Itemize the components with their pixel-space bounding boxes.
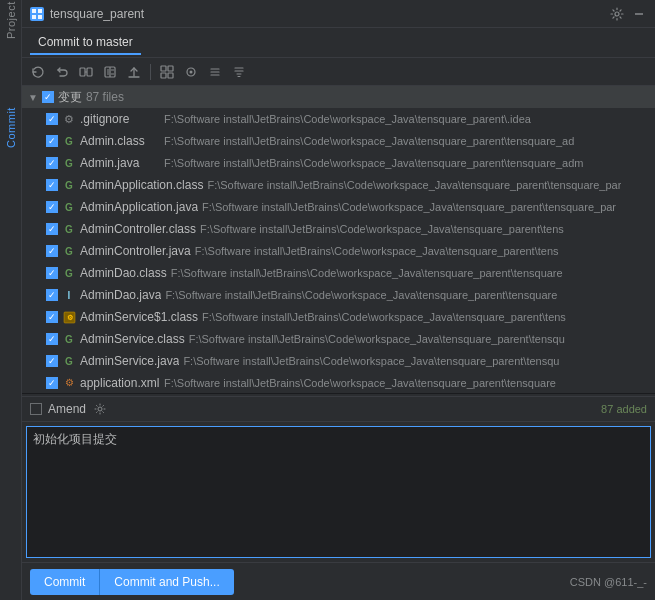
file-checkbox[interactable]: ✓ bbox=[46, 135, 58, 147]
file-checkbox[interactable]: ✓ bbox=[46, 201, 58, 213]
svg-point-32 bbox=[98, 407, 102, 411]
file-checkbox[interactable]: ✓ bbox=[46, 113, 58, 125]
file-path: F:\Software install\JetBrains\Code\works… bbox=[202, 311, 566, 323]
svg-rect-1 bbox=[38, 9, 42, 13]
file-path: F:\Software install\JetBrains\Code\works… bbox=[202, 201, 616, 213]
file-path: F:\Software install\JetBrains\Code\works… bbox=[164, 113, 531, 125]
file-item-adminctrl-java[interactable]: ✓ G AdminController.java F:\Software ins… bbox=[22, 240, 655, 262]
file-path: F:\Software install\JetBrains\Code\works… bbox=[183, 355, 559, 367]
added-count: 87 added bbox=[601, 403, 647, 415]
section-count: 87 files bbox=[86, 90, 124, 104]
toolbar bbox=[22, 58, 655, 86]
file-type-icon: I bbox=[62, 288, 76, 302]
file-item-application-xml[interactable]: ✓ ⚙ application.xml F:\Software install\… bbox=[22, 372, 655, 394]
svg-rect-19 bbox=[161, 73, 166, 78]
diff-button[interactable] bbox=[100, 62, 120, 82]
commit-button[interactable]: Commit bbox=[30, 569, 99, 595]
file-type-icon: G bbox=[62, 200, 76, 214]
sidebar-item-commit[interactable]: Commit bbox=[3, 120, 19, 136]
file-checkbox[interactable]: ✓ bbox=[46, 157, 58, 169]
file-type-icon: ⚙ bbox=[62, 112, 76, 126]
tab-commit-to-master[interactable]: Commit to master bbox=[30, 31, 141, 55]
section-header-changes: ▼ ✓ 变更 87 files bbox=[22, 86, 655, 108]
file-path: F:\Software install\JetBrains\Code\works… bbox=[165, 289, 557, 301]
svg-rect-20 bbox=[168, 73, 173, 78]
sidebar-item-project[interactable]: Project bbox=[3, 12, 19, 28]
group-button[interactable] bbox=[157, 62, 177, 82]
section-checkbox[interactable]: ✓ bbox=[42, 91, 54, 103]
section-collapse-icon[interactable]: ▼ bbox=[28, 92, 38, 103]
file-path: F:\Software install\JetBrains\Code\works… bbox=[164, 157, 583, 169]
update-button[interactable] bbox=[124, 62, 144, 82]
settings-button[interactable] bbox=[609, 6, 625, 22]
move-changes-button[interactable] bbox=[76, 62, 96, 82]
commit-and-push-button[interactable]: Commit and Push... bbox=[99, 569, 233, 595]
svg-rect-17 bbox=[161, 66, 166, 71]
refresh-button[interactable] bbox=[28, 62, 48, 82]
undo-button[interactable] bbox=[52, 62, 72, 82]
svg-rect-3 bbox=[38, 15, 42, 19]
file-item-adminservice-java[interactable]: ✓ G AdminService.java F:\Software instal… bbox=[22, 350, 655, 372]
file-name: .gitignore bbox=[80, 112, 160, 126]
svg-rect-6 bbox=[80, 68, 85, 76]
tab-bar: Commit to master bbox=[22, 28, 655, 58]
collapse-button[interactable] bbox=[229, 62, 249, 82]
bottom-bar: Commit Commit and Push... CSDN @611-_- bbox=[22, 562, 655, 600]
file-name: application.xml bbox=[80, 376, 160, 390]
file-name: AdminService.class bbox=[80, 332, 185, 346]
file-name: AdminService$1.class bbox=[80, 310, 198, 324]
section-label: 变更 bbox=[58, 89, 82, 106]
file-type-icon: G bbox=[62, 222, 76, 236]
view-button[interactable] bbox=[181, 62, 201, 82]
file-checkbox[interactable]: ✓ bbox=[46, 267, 58, 279]
file-checkbox[interactable]: ✓ bbox=[46, 377, 58, 389]
file-name: AdminController.java bbox=[80, 244, 191, 258]
file-type-icon: G bbox=[62, 134, 76, 148]
svg-rect-2 bbox=[32, 15, 36, 19]
file-item-admin-class[interactable]: ✓ G Admin.class F:\Software install\JetB… bbox=[22, 130, 655, 152]
file-checkbox[interactable]: ✓ bbox=[46, 311, 58, 323]
svg-point-4 bbox=[615, 12, 619, 16]
file-item-adminctrl-class[interactable]: ✓ G AdminController.class F:\Software in… bbox=[22, 218, 655, 240]
file-name: AdminDao.class bbox=[80, 266, 167, 280]
commit-message-input[interactable]: 初始化项目提交 bbox=[26, 426, 651, 558]
main-panel: tensquare_parent Commit to master bbox=[22, 0, 655, 600]
file-checkbox[interactable]: ✓ bbox=[46, 179, 58, 191]
file-item-admindao-class[interactable]: ✓ G AdminDao.class F:\Software install\J… bbox=[22, 262, 655, 284]
file-checkbox[interactable]: ✓ bbox=[46, 245, 58, 257]
file-path: F:\Software install\JetBrains\Code\works… bbox=[207, 179, 621, 191]
amend-checkbox[interactable] bbox=[30, 403, 42, 415]
file-type-icon: G bbox=[62, 178, 76, 192]
file-item-adminapp-java[interactable]: ✓ G AdminApplication.java F:\Software in… bbox=[22, 196, 655, 218]
amend-bar: Amend 87 added bbox=[22, 396, 655, 422]
svg-text:⚙: ⚙ bbox=[66, 314, 72, 321]
file-checkbox[interactable]: ✓ bbox=[46, 355, 58, 367]
svg-rect-0 bbox=[32, 9, 36, 13]
file-path: F:\Software install\JetBrains\Code\works… bbox=[195, 245, 559, 257]
svg-rect-7 bbox=[87, 68, 92, 76]
file-checkbox[interactable]: ✓ bbox=[46, 223, 58, 235]
file-item-adminservice-class[interactable]: ✓ G AdminService.class F:\Software insta… bbox=[22, 328, 655, 350]
file-type-icon: G bbox=[62, 332, 76, 346]
minimize-button[interactable] bbox=[631, 6, 647, 22]
file-item-gitignore[interactable]: ✓ ⚙ .gitignore F:\Software install\JetBr… bbox=[22, 108, 655, 130]
amend-settings-button[interactable] bbox=[92, 401, 108, 417]
title-bar: tensquare_parent bbox=[22, 0, 655, 28]
file-item-adminservice1-class[interactable]: ✓ ⚙ AdminService$1.class F:\Software ins… bbox=[22, 306, 655, 328]
file-type-icon: G bbox=[62, 266, 76, 280]
file-item-adminapp-class[interactable]: ✓ G AdminApplication.class F:\Software i… bbox=[22, 174, 655, 196]
expand-button[interactable] bbox=[205, 62, 225, 82]
file-item-admin-java[interactable]: ✓ G Admin.java F:\Software install\JetBr… bbox=[22, 152, 655, 174]
file-item-admindao-java[interactable]: ✓ I AdminDao.java F:\Software install\Je… bbox=[22, 284, 655, 306]
separator-1 bbox=[150, 64, 151, 80]
file-checkbox[interactable]: ✓ bbox=[46, 289, 58, 301]
file-type-icon: G bbox=[62, 244, 76, 258]
file-checkbox[interactable]: ✓ bbox=[46, 333, 58, 345]
svg-rect-18 bbox=[168, 66, 173, 71]
file-type-icon: ⚙ bbox=[62, 376, 76, 390]
file-type-icon: G bbox=[62, 156, 76, 170]
file-name: AdminService.java bbox=[80, 354, 179, 368]
file-path: F:\Software install\JetBrains\Code\works… bbox=[200, 223, 564, 235]
left-sidebar: Project Commit bbox=[0, 0, 22, 600]
file-name: Admin.java bbox=[80, 156, 160, 170]
